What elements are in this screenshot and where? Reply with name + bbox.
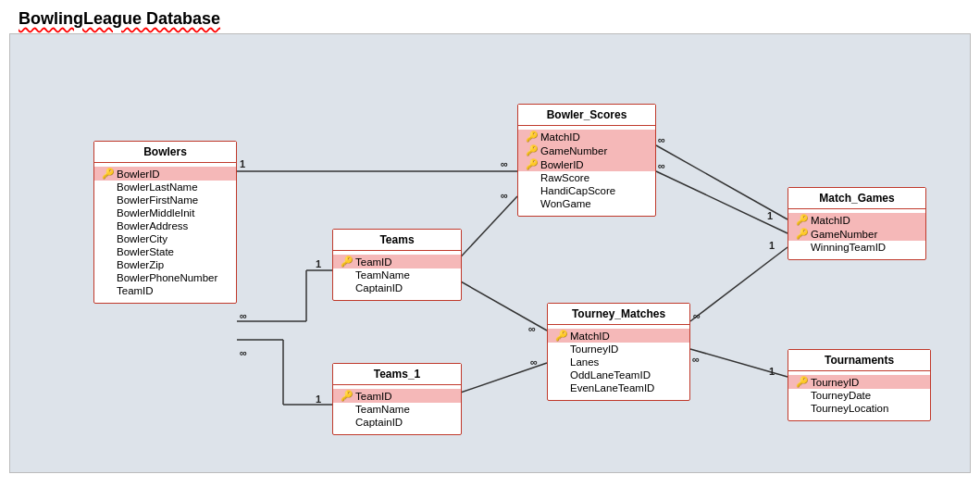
bowlers-field-bowlerlastname: BowlerLastName — [102, 181, 229, 194]
svg-text:∞: ∞ — [501, 158, 508, 169]
teams1-field-teamname: TeamName — [341, 403, 453, 416]
page-title: BowlingLeague Database — [0, 0, 980, 33]
tourney-matches-table: Tourney_Matches 🔑MatchID TourneyID Lanes… — [547, 303, 690, 401]
svg-text:1: 1 — [769, 366, 775, 377]
bowler-scores-field-bowlerid: 🔑BowlerID — [518, 157, 655, 171]
teams1-table: Teams_1 🔑TeamID TeamName CaptainID — [332, 363, 462, 435]
svg-line-27 — [690, 247, 788, 321]
match-games-title: Match_Games — [788, 188, 925, 209]
bowlers-title: Bowlers — [94, 142, 236, 163]
svg-line-22 — [656, 145, 788, 219]
match-games-field-gamenumber: 🔑GameNumber — [788, 227, 925, 241]
svg-text:1: 1 — [316, 393, 321, 405]
key-icon-bs2: 🔑 — [526, 144, 539, 156]
key-icon-mg2: 🔑 — [796, 228, 809, 240]
diagram-area: 1 ∞ ∞ 1 ∞ 1 1 ∞ 1 ∞ 1 ∞ ∞ 1 ∞ ∞ — [9, 33, 971, 473]
svg-text:∞: ∞ — [658, 160, 665, 171]
svg-text:∞: ∞ — [240, 347, 247, 358]
teams1-title: Teams_1 — [333, 364, 461, 385]
teams-title: Teams — [333, 230, 461, 251]
bowler-scores-field-matchid: 🔑MatchID — [518, 130, 655, 144]
bowler-scores-table: Bowler_Scores 🔑MatchID 🔑GameNumber 🔑Bowl… — [517, 104, 656, 217]
bowlers-field-bowlerfirstname: BowlerFirstName — [102, 194, 229, 206]
bowlers-table: Bowlers 🔑BowlerID BowlerLastName BowlerF… — [93, 141, 237, 304]
bowlers-field-bowleraddress: BowlerAddress — [102, 219, 229, 232]
svg-line-19 — [453, 363, 547, 395]
tournaments-field-tourneylocation: TourneyLocation — [796, 402, 923, 415]
svg-text:1: 1 — [767, 210, 773, 221]
svg-text:∞: ∞ — [658, 134, 665, 145]
bowlers-field-teamid: TeamID — [102, 284, 229, 297]
match-games-table: Match_Games 🔑MatchID 🔑GameNumber Winning… — [788, 187, 926, 260]
bowler-scores-field-handicapscore: HandiCapScore — [526, 184, 648, 197]
teams1-field-captainid: CaptainID — [341, 416, 453, 429]
svg-text:∞: ∞ — [530, 356, 538, 368]
key-icon-bs3: 🔑 — [526, 158, 539, 170]
teams-field-teamname: TeamName — [341, 268, 453, 281]
bowlers-field-bowlerphonenumber: BowlerPhoneNumber — [102, 271, 229, 284]
bowler-scores-field-wongame: WonGame — [526, 197, 648, 210]
teams-table: Teams 🔑TeamID TeamName CaptainID — [332, 229, 462, 301]
bowler-scores-field-gamenumber: 🔑GameNumber — [518, 144, 655, 157]
svg-text:∞: ∞ — [528, 323, 536, 334]
bowler-scores-title: Bowler_Scores — [518, 105, 655, 126]
key-icon-t1: 🔑 — [796, 376, 809, 388]
tournaments-field-tourneyid: 🔑TourneyID — [788, 375, 930, 389]
svg-text:∞: ∞ — [501, 190, 508, 201]
svg-line-16 — [453, 277, 547, 331]
tourney-matches-field-tourneyid: TourneyID — [555, 343, 682, 356]
svg-line-13 — [453, 196, 517, 266]
teams-field-captainid: CaptainID — [341, 281, 453, 294]
svg-text:∞: ∞ — [693, 310, 701, 321]
bowlers-field-bowlermiddleinit: BowlerMiddleInit — [102, 206, 229, 219]
svg-text:∞: ∞ — [240, 310, 247, 321]
svg-text:1: 1 — [769, 240, 775, 251]
match-games-field-matchid: 🔑MatchID — [788, 213, 925, 227]
teams1-field-teamid: 🔑TeamID — [333, 389, 461, 403]
bowlers-field-bowlercity: BowlerCity — [102, 232, 229, 245]
key-icon-bs1: 🔑 — [526, 131, 539, 143]
tourney-matches-field-evenlaneteamid: EvenLaneTeamID — [555, 381, 682, 394]
bowlers-field-bowlerid: 🔑BowlerID — [94, 167, 236, 181]
key-icon-teams: 🔑 — [341, 256, 354, 268]
svg-line-30 — [690, 349, 788, 377]
tournaments-table: Tournaments 🔑TourneyID TourneyDate Tourn… — [788, 349, 931, 421]
bowlers-field-bowlerstate: BowlerState — [102, 245, 229, 258]
tourney-matches-title: Tourney_Matches — [548, 304, 689, 325]
svg-line-25 — [656, 171, 788, 233]
key-icon-tm1: 🔑 — [555, 330, 568, 342]
tournaments-title: Tournaments — [788, 350, 930, 371]
tourney-matches-field-lanes: Lanes — [555, 356, 682, 368]
bowlers-field-bowlerzip: BowlerZip — [102, 258, 229, 271]
svg-text:∞: ∞ — [692, 354, 700, 365]
bowler-scores-field-rawscore: RawScore — [526, 171, 648, 184]
tourney-matches-field-matchid: 🔑MatchID — [548, 329, 689, 343]
key-icon-teams1: 🔑 — [341, 390, 354, 402]
key-icon-mg1: 🔑 — [796, 214, 809, 226]
tournaments-field-tourneydate: TourneyDate — [796, 389, 923, 402]
tourney-matches-field-oddlaneteamid: OddLaneTeamID — [555, 368, 682, 381]
key-icon: 🔑 — [102, 168, 115, 180]
svg-text:1: 1 — [240, 158, 245, 169]
teams-field-teamid: 🔑TeamID — [333, 255, 461, 268]
match-games-field-winningteamid: WinningTeamID — [796, 241, 918, 254]
svg-text:1: 1 — [316, 258, 321, 269]
